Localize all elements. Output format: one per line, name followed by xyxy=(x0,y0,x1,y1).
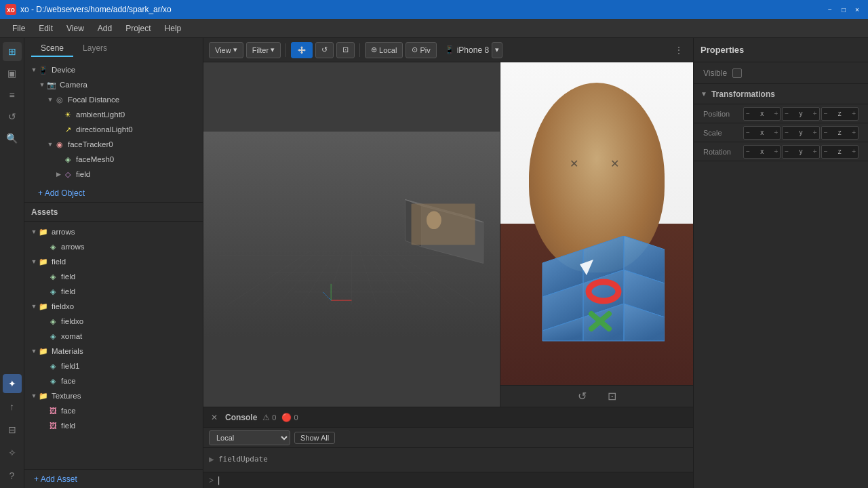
rot-y-plus[interactable]: + xyxy=(813,148,817,155)
scale-y-minus[interactable]: − xyxy=(785,129,789,136)
rotation-x-field[interactable]: − x + xyxy=(743,145,781,159)
scale-y-field[interactable]: − y + xyxy=(782,126,819,140)
folder-materials-icon: 📁 xyxy=(38,346,49,357)
local-coord-btn[interactable]: ⊕ Local xyxy=(365,42,403,58)
rot-x-plus[interactable]: + xyxy=(774,148,778,155)
rot-z-minus[interactable]: − xyxy=(824,148,828,155)
tree-item-camera[interactable]: ▼ 📷 Camera xyxy=(24,77,203,92)
scale-x-plus[interactable]: + xyxy=(774,129,778,136)
scale-x-minus[interactable]: − xyxy=(746,129,750,136)
menu-project[interactable]: Project xyxy=(119,21,157,36)
move-tool-btn[interactable] xyxy=(291,42,313,58)
folder-textures-icon: 📁 xyxy=(38,390,49,401)
search-icon-btn[interactable]: 🔍 xyxy=(3,129,22,148)
cursor-icon-btn[interactable]: ✦ xyxy=(3,374,22,393)
tree-item-field[interactable]: ▶ ◇ field xyxy=(24,167,203,182)
console-toolbar: Local Show All xyxy=(203,428,693,448)
preview-refresh-btn[interactable]: ↺ xyxy=(574,388,590,405)
tab-layers[interactable]: Layers xyxy=(73,41,117,57)
tree-item-field-mat[interactable]: ◈ field xyxy=(24,284,203,299)
rotation-z-field[interactable]: − z + xyxy=(821,145,859,159)
tree-item-arrows-mesh[interactable]: ◈ arrows xyxy=(24,239,203,254)
tree-item-arrows-folder[interactable]: ▼ 📁 arrows xyxy=(24,224,203,239)
position-z-field[interactable]: − z + xyxy=(821,107,859,121)
center-panel: View ▾ Filter ▾ ↺ ⊡ ⊕ Local ⊙ Piv xyxy=(203,38,693,488)
menu-view[interactable]: View xyxy=(60,21,91,36)
console-entry-fieldupdate[interactable]: ▶ fieldUpdate xyxy=(209,451,688,467)
tree-item-field-folder[interactable]: ▼ 📁 field xyxy=(24,254,203,269)
layers-icon-btn[interactable]: ⊟ xyxy=(3,420,22,439)
tree-item-device[interactable]: ▼ 📱 Device xyxy=(24,62,203,77)
tree-item-facemesh[interactable]: ◈ faceMesh0 xyxy=(24,152,203,167)
pos-z-plus[interactable]: + xyxy=(852,110,856,117)
tree-item-field1-mat[interactable]: ◈ field1 xyxy=(24,359,203,373)
scale-y-plus[interactable]: + xyxy=(813,129,817,136)
tree-item-textures-folder[interactable]: ▼ 📁 Textures xyxy=(24,388,203,403)
tree-item-field-mesh[interactable]: ◈ field xyxy=(24,269,203,284)
add-asset-btn[interactable]: + Add Asset xyxy=(24,469,203,488)
tree-item-fieldxo-folder[interactable]: ▼ 📁 fieldxo xyxy=(24,299,203,314)
maximize-button[interactable]: □ xyxy=(838,4,849,15)
tree-item-materials-folder[interactable]: ▼ 📁 Materials xyxy=(24,344,203,359)
tree-item-field-tex[interactable]: 🖼 field xyxy=(24,418,203,433)
menu-add[interactable]: Add xyxy=(91,21,119,36)
scale-x-field[interactable]: − x + xyxy=(743,126,781,140)
assets-section: Assets ▼ 📁 arrows ◈ arrows ▼ 📁 xyxy=(24,203,203,488)
tree-item-directional[interactable]: ↗ directionalLight0 xyxy=(24,122,203,137)
pos-z-minus[interactable]: − xyxy=(824,110,828,117)
console-close-btn[interactable]: ✕ xyxy=(209,412,220,423)
menu-edit[interactable]: Edit xyxy=(32,21,60,36)
viewport-3d[interactable] xyxy=(203,62,500,407)
menu-file[interactable]: File xyxy=(5,21,32,36)
device-dropdown-btn[interactable]: ▾ xyxy=(492,42,502,58)
scale-z-plus[interactable]: + xyxy=(852,129,856,136)
rotate-tool-btn[interactable]: ↺ xyxy=(315,42,334,58)
close-button[interactable]: × xyxy=(852,4,863,15)
pos-x-minus[interactable]: − xyxy=(746,110,750,117)
share-icon-btn[interactable]: ↑ xyxy=(3,397,22,416)
svg-point-26 xyxy=(427,211,441,229)
rot-y-minus[interactable]: − xyxy=(785,148,789,155)
tab-scene[interactable]: Scene xyxy=(31,41,73,57)
pos-y-minus[interactable]: − xyxy=(785,110,789,117)
position-x-field[interactable]: − x + xyxy=(743,107,781,121)
scale-z-field[interactable]: − z + xyxy=(821,126,859,140)
tree-item-fieldxo-mesh[interactable]: ◈ fieldxo xyxy=(24,314,203,329)
tree-item-focal[interactable]: ▼ ◎ Focal Distance xyxy=(24,92,203,107)
viewport-menu-btn[interactable]: ⋮ xyxy=(670,41,688,59)
tree-item-ambient[interactable]: ☀ ambientLight0 xyxy=(24,107,203,122)
position-y-field[interactable]: − y + xyxy=(782,107,819,121)
scene-icon-btn[interactable]: ⊞ xyxy=(3,42,22,61)
console-scope-select[interactable]: Local xyxy=(209,430,290,445)
preview-capture-btn[interactable]: ⊡ xyxy=(604,388,620,405)
panels-icon-btn[interactable]: ≡ xyxy=(3,85,22,104)
entry-text: fieldUpdate xyxy=(218,455,268,464)
effects-icon-btn[interactable]: ↺ xyxy=(3,107,22,126)
rot-z-plus[interactable]: + xyxy=(852,148,856,155)
viewport-toolbar: View ▾ Filter ▾ ↺ ⊡ ⊕ Local ⊙ Piv xyxy=(203,38,693,62)
svg-rect-25 xyxy=(412,203,475,245)
minimize-button[interactable]: − xyxy=(825,4,835,15)
pos-x-plus[interactable]: + xyxy=(774,110,778,117)
pos-y-plus[interactable]: + xyxy=(813,110,817,117)
add-object-btn[interactable]: + Add Object xyxy=(24,184,203,202)
tree-item-facetracker[interactable]: ▼ ◉ faceTracker0 xyxy=(24,137,203,152)
show-all-btn[interactable]: Show All xyxy=(294,432,335,444)
pivot-btn[interactable]: ⊙ Piv xyxy=(406,42,436,58)
viewport-icon-btn[interactable]: ▣ xyxy=(3,64,22,83)
tree-item-face-tex[interactable]: 🖼 face xyxy=(24,403,203,418)
help-icon-btn[interactable]: ? xyxy=(3,466,22,485)
menu-help[interactable]: Help xyxy=(158,21,189,36)
scale-z-minus[interactable]: − xyxy=(824,129,828,136)
view-dropdown[interactable]: View ▾ xyxy=(209,42,243,58)
visible-checkbox[interactable] xyxy=(732,68,742,78)
transformations-section-header[interactable]: ▼ Transformations xyxy=(694,84,868,104)
filter-dropdown[interactable]: Filter ▾ xyxy=(246,42,281,58)
rotation-y-field[interactable]: − y + xyxy=(782,145,819,159)
rot-x-minus[interactable]: − xyxy=(746,148,750,155)
tree-item-face-mat[interactable]: ◈ face xyxy=(24,373,203,388)
effects2-icon-btn[interactable]: ✧ xyxy=(3,443,22,462)
scale-tool-btn[interactable]: ⊡ xyxy=(336,42,355,58)
tree-item-xomat[interactable]: ◈ xomat xyxy=(24,329,203,344)
console-cursor: | xyxy=(216,476,221,485)
